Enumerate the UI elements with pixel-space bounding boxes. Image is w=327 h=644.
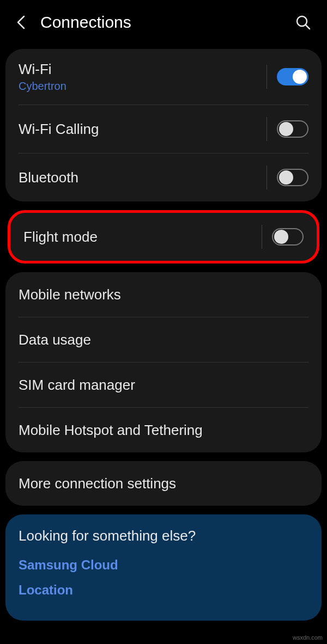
- flight-mode-group: Flight mode: [8, 210, 319, 263]
- toggle-knob: [293, 70, 307, 84]
- flight-mode-content: Flight mode: [23, 229, 262, 246]
- flight-mode-row[interactable]: Flight mode: [10, 213, 317, 261]
- connections-group-3: Mobile networks Data usage SIM card mana…: [5, 272, 322, 452]
- suggestions-title: Looking for something else?: [19, 528, 308, 544]
- wifi-network-name: Cybertron: [19, 80, 267, 93]
- data-usage-row[interactable]: Data usage: [5, 317, 322, 362]
- wifi-calling-label: Wi-Fi Calling: [19, 121, 267, 138]
- sim-card-manager-label: SIM card manager: [19, 377, 308, 394]
- wifi-label: Wi-Fi: [19, 61, 267, 78]
- toggle-divider: [267, 117, 267, 141]
- bluetooth-row[interactable]: Bluetooth: [5, 154, 322, 201]
- connections-group-1: Wi-Fi Cybertron Wi-Fi Calling Bluetooth: [5, 49, 322, 201]
- wifi-calling-row[interactable]: Wi-Fi Calling: [5, 105, 322, 153]
- toggle-knob: [279, 170, 293, 185]
- wifi-toggle-container: [267, 65, 308, 89]
- samsung-cloud-link[interactable]: Samsung Cloud: [19, 557, 308, 573]
- page-title: Connections: [40, 13, 294, 32]
- connections-group-4: More connection settings: [5, 461, 322, 506]
- toggle-divider: [267, 165, 267, 189]
- mobile-networks-label: Mobile networks: [19, 286, 308, 303]
- mobile-hotspot-content: Mobile Hotspot and Tethering: [19, 422, 308, 439]
- toggle-divider: [262, 225, 262, 249]
- toggle-divider: [267, 65, 267, 89]
- sim-card-manager-row[interactable]: SIM card manager: [5, 363, 322, 407]
- bluetooth-toggle[interactable]: [277, 169, 308, 186]
- bluetooth-toggle-container: [267, 165, 308, 189]
- more-connection-settings-row[interactable]: More connection settings: [5, 461, 322, 506]
- wifi-calling-content: Wi-Fi Calling: [19, 121, 267, 138]
- wifi-toggle[interactable]: [277, 68, 308, 85]
- more-connection-settings-content: More connection settings: [19, 475, 308, 492]
- bluetooth-label: Bluetooth: [19, 169, 267, 186]
- wifi-row[interactable]: Wi-Fi Cybertron: [5, 49, 322, 105]
- back-icon[interactable]: [13, 15, 28, 30]
- flight-mode-toggle[interactable]: [272, 228, 304, 246]
- data-usage-content: Data usage: [19, 332, 308, 348]
- flight-mode-label: Flight mode: [23, 229, 262, 246]
- location-link[interactable]: Location: [19, 582, 308, 598]
- svg-line-1: [306, 25, 310, 29]
- suggestions-card: Looking for something else? Samsung Clou…: [5, 514, 322, 621]
- sim-card-manager-content: SIM card manager: [19, 377, 308, 394]
- mobile-hotspot-row[interactable]: Mobile Hotspot and Tethering: [5, 408, 322, 452]
- data-usage-label: Data usage: [19, 332, 308, 348]
- flight-mode-toggle-container: [262, 225, 304, 249]
- toggle-knob: [274, 230, 288, 244]
- mobile-hotspot-label: Mobile Hotspot and Tethering: [19, 422, 308, 439]
- mobile-networks-content: Mobile networks: [19, 286, 308, 303]
- watermark: wsxdn.com: [293, 634, 323, 641]
- mobile-networks-row[interactable]: Mobile networks: [5, 272, 322, 317]
- wifi-content: Wi-Fi Cybertron: [19, 61, 267, 93]
- more-connection-settings-label: More connection settings: [19, 475, 308, 492]
- header: Connections: [0, 0, 327, 45]
- wifi-calling-toggle-container: [267, 117, 308, 141]
- bluetooth-content: Bluetooth: [19, 169, 267, 186]
- toggle-knob: [279, 122, 293, 136]
- wifi-calling-toggle[interactable]: [277, 120, 308, 138]
- search-icon[interactable]: [294, 14, 312, 31]
